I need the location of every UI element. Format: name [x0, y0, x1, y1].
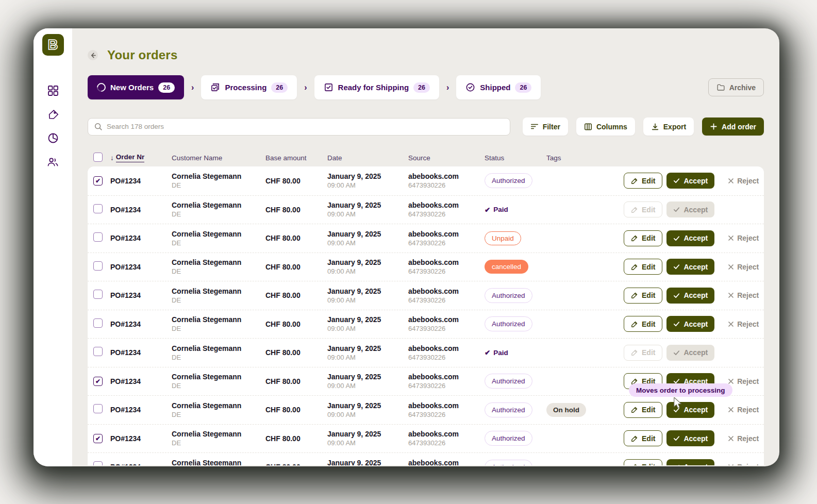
table-row: PO#1234 Cornelia Stegemann DE CHF 80.00 … [88, 195, 764, 224]
row-checkbox[interactable] [93, 261, 103, 271]
accept-button[interactable]: Accept [666, 201, 714, 217]
edit-button[interactable]: Edit [624, 345, 662, 361]
source-id: 6473930226 [408, 239, 485, 247]
select-all-checkbox[interactable] [93, 153, 103, 162]
base-amount: CHF 80.00 [265, 463, 327, 465]
column-header-date: Date [327, 154, 408, 162]
app-logo[interactable]: B [42, 34, 64, 56]
search-bar [88, 118, 510, 136]
customer-name: Cornelia Stegemann [172, 344, 265, 352]
reject-button[interactable]: Reject [728, 320, 759, 328]
edit-button[interactable]: Edit [624, 259, 662, 275]
row-checkbox[interactable] [93, 461, 103, 465]
base-amount: CHF 80.00 [265, 177, 327, 185]
row-checkbox[interactable] [93, 318, 103, 328]
accept-button[interactable]: Accept [666, 345, 714, 361]
filter-button[interactable]: Filter [523, 117, 568, 136]
tag-icon [47, 109, 59, 120]
column-header-status: Status [485, 154, 546, 162]
row-checkbox[interactable] [93, 204, 103, 213]
accept-button[interactable]: Accept [666, 430, 714, 446]
edit-button[interactable]: Edit [624, 459, 662, 465]
edit-button[interactable]: Edit [624, 201, 662, 217]
edit-button[interactable]: Edit [624, 230, 662, 246]
base-amount: CHF 80.00 [265, 406, 327, 414]
reject-button[interactable]: Reject [728, 406, 759, 414]
check-icon [673, 177, 680, 184]
accept-button[interactable]: Accept [666, 402, 714, 418]
tab-new-orders[interactable]: New Orders 26 [88, 75, 184, 99]
sidebar-item-reports[interactable] [47, 132, 59, 144]
check-icon [673, 263, 680, 270]
reject-button[interactable]: Reject [728, 177, 759, 185]
accept-button[interactable]: Accept [666, 459, 714, 465]
column-header-order-nr[interactable]: ↓ Order Nr [110, 153, 172, 162]
reject-button[interactable]: Reject [728, 377, 759, 385]
count-badge: 26 [515, 82, 531, 93]
order-nr: PO#1234 [110, 263, 172, 271]
reject-button[interactable]: Reject [728, 291, 759, 299]
base-amount: CHF 80.00 [265, 348, 327, 357]
columns-icon [584, 123, 592, 131]
table-body: PO#1234 Cornelia Stegemann DE CHF 80.00 … [88, 166, 764, 465]
spinner-icon [95, 81, 107, 93]
column-header-customer: Customer Name [172, 154, 265, 162]
export-button[interactable]: Export [643, 117, 694, 136]
accept-button[interactable]: Accept [666, 173, 714, 189]
order-date: January 9, 2025 [327, 373, 408, 381]
columns-button[interactable]: Columns [576, 117, 635, 136]
sidebar: B [34, 28, 72, 466]
x-icon [728, 292, 734, 298]
reject-button[interactable]: Reject [728, 234, 759, 242]
checkbox-check-icon [324, 82, 334, 92]
table-header: ↓ Order Nr Customer Name Base amount Dat… [88, 150, 764, 165]
column-header-source: Source [408, 154, 485, 162]
source-site: abebooks.com [408, 230, 485, 238]
order-time: 09:00 AM [327, 239, 408, 247]
source-id: 6473930226 [408, 210, 485, 218]
edit-button[interactable]: Edit [624, 288, 662, 304]
reject-button[interactable]: Reject [728, 434, 759, 443]
folder-icon [716, 83, 725, 92]
status-badge: Paid [485, 206, 508, 214]
sort-down-icon: ↓ [110, 154, 114, 162]
sidebar-item-customers[interactable] [47, 156, 59, 168]
edit-button[interactable]: Edit [624, 430, 662, 446]
row-checkbox[interactable] [93, 404, 103, 413]
row-checkbox[interactable] [93, 434, 103, 443]
order-time: 09:00 AM [327, 181, 408, 189]
row-checkbox[interactable] [93, 377, 103, 386]
row-checkbox[interactable] [93, 290, 103, 299]
status-badge: Authorized [485, 374, 532, 389]
table-row: PO#1234 Cornelia Stegemann DE CHF 80.00 … [88, 395, 764, 424]
accept-button[interactable]: Accept [666, 230, 714, 246]
row-checkbox[interactable] [93, 347, 103, 356]
tab-processing[interactable]: Processing 26 [201, 75, 297, 99]
tab-shipped[interactable]: Shipped 26 [456, 75, 541, 99]
tab-ready-for-shipping[interactable]: Ready for Shipping 26 [314, 75, 439, 99]
table-row: PO#1234 Cornelia Stegemann DE CHF 80.00 … [88, 424, 764, 453]
copy-check-icon [210, 82, 220, 92]
row-checkbox[interactable] [93, 176, 103, 186]
base-amount: CHF 80.00 [265, 434, 327, 443]
customer-name: Cornelia Stegemann [172, 459, 265, 465]
status-badge: Authorized [485, 402, 532, 417]
source-site: abebooks.com [408, 430, 485, 438]
edit-button[interactable]: Edit [624, 316, 662, 332]
back-button[interactable] [88, 50, 98, 60]
archive-button[interactable]: Archive [708, 78, 764, 96]
accept-button[interactable]: Accept [666, 316, 714, 332]
x-icon [728, 321, 734, 327]
source-site: abebooks.com [408, 373, 485, 381]
reject-button[interactable]: Reject [728, 263, 759, 271]
add-order-button[interactable]: Add order [702, 117, 764, 136]
sidebar-item-tags[interactable] [47, 108, 59, 121]
edit-button[interactable]: Edit [624, 173, 662, 189]
search-input[interactable] [107, 123, 504, 130]
row-checkbox[interactable] [93, 232, 103, 242]
edit-button[interactable]: Edit [624, 402, 662, 418]
reject-button[interactable]: Reject [728, 463, 759, 465]
accept-button[interactable]: Accept [666, 259, 714, 275]
sidebar-item-dashboard[interactable] [47, 85, 59, 97]
accept-button[interactable]: Accept [666, 288, 714, 304]
